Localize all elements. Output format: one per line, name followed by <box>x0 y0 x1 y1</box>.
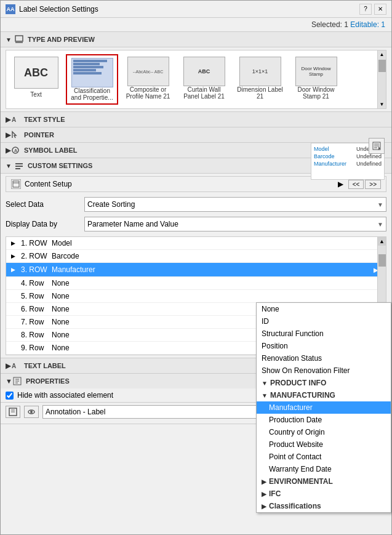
type-preview-label: TYPE AND PREVIEW <box>28 36 95 43</box>
label-classification-caption: Classification and Propertie... <box>70 87 114 101</box>
pointer-label: POINTER <box>24 131 54 139</box>
close-button[interactable]: ✕ <box>374 4 386 15</box>
select-data-dropdown[interactable]: Create Sorting ▼ <box>84 197 386 212</box>
row-1-expand: ▶ <box>11 240 18 246</box>
text-style-icon: A <box>10 115 20 124</box>
label-type-composite[interactable]: --AbcAbc-- ABC Composite or Profile Name… <box>122 54 174 105</box>
dropdown-product-website[interactable]: Product Website <box>257 438 391 451</box>
label-type-dimension[interactable]: 1×1×1 Dimension Label 21 <box>234 54 286 105</box>
dropdown-renovation-status[interactable]: Renovation Status <box>257 352 391 364</box>
text-style-header[interactable]: ▶ A TEXT STYLE <box>1 111 391 127</box>
row-1[interactable]: ▶ 1. ROW Model <box>6 237 386 250</box>
label-type-door[interactable]: Door Window Stamp Door Window Stamp 21 <box>290 54 342 105</box>
row-1-val: Model <box>52 239 381 247</box>
type-preview-header[interactable]: ▼ TYPE AND PREVIEW <box>1 31 391 47</box>
annotation-eye-icon[interactable] <box>24 406 39 418</box>
title-bar: AA Label Selection Settings ? ✕ <box>1 1 391 18</box>
svg-rect-11 <box>15 166 23 167</box>
svg-rect-10 <box>15 163 23 164</box>
svg-text:A: A <box>14 148 17 153</box>
custom-settings-icon <box>14 161 24 171</box>
properties-label: PROPERTIES <box>26 377 70 385</box>
label-type-curtain[interactable]: ABC Curtain Wall Panel Label 21 <box>178 54 230 105</box>
dropdown-manufacturing-header: ▼ MANUFACTURING <box>257 389 391 401</box>
row-7-num: 7. Row <box>21 318 52 326</box>
dropdown-overlay: None ID Structural Function Position Ren… <box>256 302 391 513</box>
dropdown-show-renovation[interactable]: Show On Renovation Filter <box>257 364 391 377</box>
selected-count: Selected: 1 <box>311 20 348 29</box>
content-setup-label: Content Setup <box>25 180 72 188</box>
annotation-value: Annotation - Label <box>46 408 105 416</box>
row-4-val: None <box>52 279 381 288</box>
display-data-value: Parameter Name and Value <box>87 220 178 228</box>
preview-line-2: Barcode Undefined <box>314 153 382 159</box>
symbol-label-label: SYMBOL LABEL <box>24 147 78 154</box>
preview-scrollbar[interactable]: ▲ ▼ <box>377 50 386 108</box>
label-type-text[interactable]: ABC Text <box>10 54 62 105</box>
rows-scroll-up[interactable]: ▲ <box>378 237 386 246</box>
row-5-num: 5. Row <box>21 292 52 300</box>
svg-text:A: A <box>12 363 16 369</box>
type-preview-arrow: ▼ <box>6 36 12 43</box>
nav-forward-button[interactable]: >> <box>365 180 381 189</box>
help-button[interactable]: ? <box>359 4 372 15</box>
display-data-label: Display Data by <box>6 220 79 228</box>
window-title: Label Selection Settings <box>19 5 359 14</box>
text-style-arrow: ▶ <box>6 116 10 124</box>
row-3-num: 3. ROW <box>21 265 52 274</box>
preview-area: ABC Text Classification and Propertie... <box>6 50 386 109</box>
scroll-up-btn[interactable]: ▲ <box>378 50 386 58</box>
text-label-label: TEXT LABEL <box>24 362 66 369</box>
svg-point-24 <box>30 411 33 413</box>
dropdown-country-origin[interactable]: Country of Origin <box>257 426 391 438</box>
dropdown-point-contact[interactable]: Point of Contact <box>257 451 391 463</box>
scroll-down-btn[interactable]: ▼ <box>378 100 386 108</box>
hide-checkbox[interactable] <box>6 392 14 400</box>
row-2-expand: ▶ <box>11 253 18 259</box>
text-style-label: TEXT STYLE <box>24 116 65 123</box>
dropdown-classifications-header[interactable]: ▶ Classifications <box>257 500 391 512</box>
label-door-caption: Door Window Stamp 21 <box>292 86 340 100</box>
dropdown-position[interactable]: Position <box>257 340 391 352</box>
title-bar-buttons: ? ✕ <box>359 4 386 15</box>
nav-back-button[interactable]: << <box>348 180 364 189</box>
display-data-dropdown[interactable]: Parameter Name and Value ▼ <box>84 217 386 231</box>
row-3-expand: ▶ <box>11 267 18 273</box>
properties-arrow: ▼ <box>6 377 12 385</box>
pointer-header[interactable]: ▶ POINTER <box>1 127 391 142</box>
row-2[interactable]: ▶ 2. ROW Barcode <box>6 250 386 263</box>
dropdown-manufacturer[interactable]: Manufacturer <box>257 401 391 414</box>
dropdown-production-date[interactable]: Production Date <box>257 414 391 426</box>
dropdown-id[interactable]: ID <box>257 315 391 328</box>
label-composite-caption: Composite or Profile Name 21 <box>124 86 172 100</box>
dropdown-structural[interactable]: Structural Function <box>257 328 391 340</box>
row-6-num: 6. Row <box>21 305 52 313</box>
display-data-row: Display Data by Parameter Name and Value… <box>1 214 391 234</box>
pointer-arrow: ▶ <box>6 131 10 139</box>
dropdown-warranty[interactable]: Warranty End Date <box>257 463 391 475</box>
row-5-val: None <box>52 292 381 300</box>
label-type-classification[interactable]: Classification and Propertie... <box>66 54 118 105</box>
hide-checkbox-label: Hide with associated element <box>17 391 113 400</box>
row-3-val: Manufacturer <box>52 265 371 274</box>
dropdown-none[interactable]: None <box>257 303 391 315</box>
row-2-num: 2. ROW <box>21 252 52 260</box>
row-5[interactable]: 5. Row None <box>6 290 386 303</box>
main-window: AA Label Selection Settings ? ✕ Selected… <box>0 0 392 535</box>
row-8-num: 8. Row <box>21 331 52 339</box>
status-bar: Selected: 1 Editable: 1 <box>1 18 391 31</box>
properties-icon <box>12 376 22 386</box>
label-curtain-caption: Curtain Wall Panel Label 21 <box>180 86 228 100</box>
dropdown-ifc-header[interactable]: ▶ IFC <box>257 488 391 500</box>
row-4[interactable]: 4. Row None <box>6 277 386 290</box>
symbol-label-arrow: ▶ <box>6 147 10 155</box>
label-type-text-caption: Text <box>30 91 41 98</box>
display-data-arrow: ▼ <box>377 221 383 228</box>
svg-rect-13 <box>13 181 19 187</box>
svg-text:A: A <box>12 116 16 123</box>
select-data-label: Select Data <box>6 200 79 209</box>
row-1-num: 1. ROW <box>21 239 52 247</box>
row-3[interactable]: ▶ 3. ROW Manufacturer ▶ <box>6 263 386 277</box>
dropdown-environmental-header[interactable]: ▶ ENVIRONMENTAL <box>257 475 391 488</box>
preview-navigate-btn[interactable] <box>369 138 385 154</box>
